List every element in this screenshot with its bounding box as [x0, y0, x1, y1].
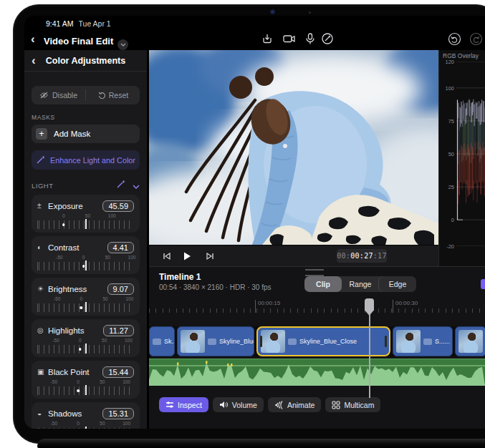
multicam-button[interactable]: Multicam	[325, 397, 380, 412]
undo-button[interactable]	[448, 32, 464, 47]
contrast-label: Contrast	[48, 243, 79, 252]
ruler-timestamp: 00:00:30	[393, 300, 418, 313]
magic-wand-icon	[36, 155, 45, 165]
video-preview[interactable]	[149, 50, 438, 245]
clip-thumbnail	[396, 330, 421, 353]
highlights-slider[interactable]	[37, 345, 134, 354]
contrast-slider[interactable]	[37, 262, 134, 271]
clip-Skyline_Blue_Wide[interactable]: Skyline_Blue_Wide	[177, 326, 254, 356]
brightness-slider[interactable]	[37, 303, 134, 312]
inspect-button[interactable]: Inspect	[159, 397, 208, 412]
timecode-frames: :17	[373, 252, 387, 260]
highlights-value-field[interactable]: 11.27	[103, 325, 134, 336]
timecode-hours: 00:	[337, 252, 350, 260]
previous-frame-button[interactable]	[159, 249, 175, 263]
redo-button[interactable]	[469, 32, 485, 47]
timeline-toolbar: InspectVolumeAnimateMulticam	[159, 397, 380, 412]
exposure-slider[interactable]	[37, 220, 134, 229]
exposure-value-field[interactable]: 45.59	[102, 200, 134, 212]
contrast-value-field[interactable]: 4.41	[107, 242, 134, 253]
edge-panel-sliver[interactable]	[481, 279, 485, 289]
import-button[interactable]	[261, 32, 277, 47]
clip-label: S......	[435, 338, 450, 345]
timecode-display[interactable]: 00:00:27:17	[337, 249, 387, 263]
timecode-main: 00:27	[350, 252, 373, 260]
slider-card-shadows: ◒Shadows15.31-50050100	[32, 402, 140, 429]
project-dropdown-button[interactable]	[117, 39, 128, 50]
light-section-header: LIGHT	[32, 180, 140, 191]
animate-button[interactable]: Animate	[268, 397, 322, 412]
animate-label: Animate	[287, 401, 315, 409]
black-point-icon: ▣	[37, 368, 48, 376]
clip-thumbnail	[458, 330, 483, 353]
slider-card-black-point: ▣Black Point15.44-50050100	[32, 361, 140, 399]
panel-back-icon[interactable]: ‹	[32, 54, 36, 67]
clip-media-icon	[153, 339, 161, 345]
trim-handle-left[interactable]	[260, 336, 262, 347]
sensor-dot	[309, 11, 311, 14]
clip-thumbnail	[261, 330, 285, 353]
shadows-value-field[interactable]: 15.31	[102, 408, 134, 419]
scope-axis-label: -20	[441, 243, 454, 250]
back-icon[interactable]: ‹	[31, 33, 35, 45]
exposure-icon: ±	[37, 202, 48, 210]
clip-label: Skyline_Blue_Wide	[219, 338, 254, 345]
clip-Skyline_Blue_Close[interactable]: Skyline_Blue_Close	[256, 326, 390, 356]
mode-clip[interactable]: Clip	[304, 276, 342, 292]
exposure-label: Exposure	[48, 202, 83, 210]
mode-range[interactable]: Range	[342, 276, 379, 292]
brightness-icon: ☀	[37, 285, 48, 293]
add-mask-button[interactable]: + Add Mask	[32, 125, 140, 143]
next-frame-button[interactable]	[202, 249, 218, 263]
clip-label: Sk......	[164, 338, 175, 345]
contrast-icon: ◐	[37, 243, 48, 251]
multicam-label: Multicam	[344, 401, 374, 409]
black-point-value-field[interactable]: 15.44	[102, 366, 134, 378]
timeline-resize-handle[interactable]	[305, 269, 324, 276]
value-indicator	[85, 385, 87, 395]
disable-button[interactable]: Disable	[32, 86, 85, 104]
playhead[interactable]	[369, 298, 370, 398]
mode-edge[interactable]: Edge	[379, 276, 416, 292]
speaker-icon	[219, 401, 229, 409]
title-bar: ‹ Video Final Edit	[24, 30, 485, 50]
plus-icon: +	[36, 128, 47, 140]
scope-axis-label: 50	[441, 151, 454, 157]
clip-media-icon	[423, 339, 432, 345]
ruler-ticks	[149, 308, 485, 313]
light-wand-button[interactable]	[116, 179, 125, 192]
scope-axis-label: 25	[441, 184, 454, 190]
edit-mode-segmented-control: ClipRangeEdge	[304, 276, 416, 292]
clip-S[interactable]: S......	[393, 326, 453, 356]
clip-Sk[interactable]: Sk......	[149, 326, 175, 356]
scope-axis-label: 0	[441, 217, 454, 223]
waves-icon	[274, 401, 284, 409]
timeline-ruler[interactable]: 00:00:1500:00:30	[149, 300, 485, 314]
value-indicator	[85, 344, 87, 354]
microphone-button[interactable]	[304, 32, 320, 47]
eye-slash-icon	[39, 92, 49, 99]
light-collapse-chevron[interactable]	[133, 179, 140, 192]
shadows-slider[interactable]	[37, 428, 134, 429]
audio-track[interactable]	[149, 359, 485, 386]
timeline-panel: Timeline 1 00:54 · 3840 × 2160 · HDR · 3…	[149, 266, 485, 429]
clip-media-icon	[208, 339, 216, 345]
clip-label: Skyline_Blue_Close	[299, 338, 357, 345]
zero-dot	[79, 348, 82, 351]
black-point-label: Black Point	[48, 368, 90, 376]
black-point-slider[interactable]	[37, 386, 134, 395]
trim-handle-right[interactable]	[385, 336, 387, 347]
enhance-light-color-button[interactable]: Enhance Light and Color	[32, 150, 140, 170]
pencil-scribble-button[interactable]	[321, 32, 337, 47]
volume-button[interactable]: Volume	[213, 397, 264, 412]
reset-button[interactable]: Reset	[86, 86, 140, 104]
brightness-value-field[interactable]: 9.07	[107, 283, 134, 295]
slider-card-exposure: ±Exposure45.59050100	[32, 195, 140, 233]
sliders-icon	[165, 401, 174, 409]
status-bar: 9:41 AMTue Apr 1	[46, 19, 111, 28]
clip-partial[interactable]	[455, 326, 485, 356]
panel-title: Color Adjustments	[46, 56, 125, 66]
camera-button[interactable]	[282, 32, 298, 47]
play-button[interactable]	[179, 249, 195, 263]
slider-card-highlights: ◎Highlights11.27-50050100	[32, 319, 140, 357]
